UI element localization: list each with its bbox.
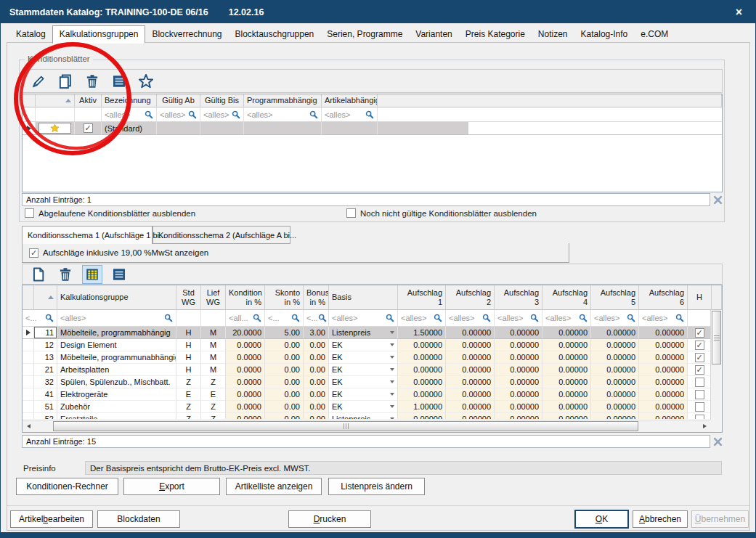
filter-cell[interactable] (201, 310, 226, 327)
gueltig-ab-cell[interactable] (157, 122, 200, 135)
aufschlag-6-cell[interactable]: 0.00000 (639, 401, 688, 413)
tab-kalkulationsgruppen[interactable]: Kalkulationsgruppen (52, 25, 146, 44)
filter-cell[interactable] (688, 310, 712, 327)
bonus-cell[interactable]: 0.00 (304, 364, 329, 376)
horizontal-scrollbar-thumb[interactable] (53, 421, 638, 431)
tab-blocktauschgruppen[interactable]: Blocktauschgruppen (229, 26, 321, 43)
gueltig-bis-cell[interactable] (200, 122, 244, 135)
listenpreis-andern-button[interactable]: Listenpreis ändern (328, 478, 425, 495)
star-edit-cell[interactable] (38, 123, 71, 134)
aufschlag-3-cell[interactable]: 0.00000 (495, 401, 542, 413)
vertical-scrollbar-thumb[interactable] (712, 311, 721, 364)
filter-cell[interactable] (176, 310, 201, 327)
checkbox-box[interactable] (25, 208, 34, 218)
kalkulationsgruppe-cell[interactable]: Spülen, Spülenzub., Mischbatt. (57, 376, 176, 388)
aufschlag-6-cell[interactable]: 0.00000 (639, 376, 688, 388)
tab-e-com[interactable]: e.COM (634, 26, 675, 43)
aufschlag-4-cell[interactable]: 0.00000 (542, 327, 591, 339)
mwst-checkbox[interactable]: ✓ (29, 248, 38, 258)
tab-konditionsschema-1[interactable]: Konditionsschema 1 (Aufschläge 1 bi... (22, 226, 153, 244)
skonto-cell[interactable]: 0.00 (265, 413, 304, 419)
kalkulationsgruppe-cell[interactable]: Elektrogeräte (57, 388, 176, 401)
aufschlag-1-cell[interactable]: 0.00000 (398, 339, 446, 351)
tab-notizen[interactable]: Notizen (532, 26, 574, 43)
hide-pending-checkbox[interactable]: Noch nicht gültige Konditionsblätter aus… (346, 208, 537, 218)
lief-wg-cell[interactable]: M (201, 351, 226, 364)
aufschlag-2-cell[interactable]: 0.00000 (446, 376, 495, 388)
column-header-gultig-ab[interactable]: Gültig Ab (157, 94, 200, 107)
aufschlag-4-cell[interactable]: 0.00000 (542, 413, 591, 419)
scroll-left-icon[interactable] (23, 420, 34, 432)
lief-wg-cell[interactable]: Z (201, 376, 226, 388)
aufschlag-5-cell[interactable]: 0.00000 (591, 351, 639, 364)
basis-cell[interactable]: EK (329, 351, 398, 364)
vertical-scrollbar[interactable] (710, 310, 722, 420)
aufschlag-4-cell[interactable]: 0.00000 (542, 351, 591, 364)
kalkulationsgruppe-cell[interactable]: Arbeitsplatten (57, 364, 176, 376)
skonto-cell[interactable]: 0.00 (265, 351, 304, 364)
aufschlag-4-cell[interactable]: 0.00000 (542, 401, 591, 413)
bonus-cell[interactable]: 0.00 (304, 339, 329, 351)
filter-cell[interactable]: <alles> (322, 107, 378, 122)
skonto-cell[interactable]: 0.00 (265, 401, 304, 413)
filter-cell[interactable]: <alles> (639, 310, 688, 327)
kalkulationsgruppe-cell[interactable]: Möbelteile, programmabhängig (57, 327, 176, 339)
skonto-cell[interactable]: 0.00 (265, 339, 304, 351)
artikelabhaengig-cell[interactable] (322, 122, 378, 135)
column-header-gultig-bis[interactable]: Gültig Bis (200, 94, 244, 107)
kalkulationsgruppe-row-21[interactable]: 21ArbeitsplattenHM0.00000.000.00EK0.0000… (23, 364, 722, 376)
tab-preis-kategorie[interactable]: Preis Kategorie (459, 26, 532, 43)
horizontal-scrollbar[interactable] (23, 420, 710, 432)
kondition-cell[interactable]: 0.0000 (226, 388, 265, 401)
filter-cell[interactable]: <alles> (57, 310, 176, 327)
filter-cell[interactable] (36, 107, 75, 122)
lief-wg-cell[interactable]: M (201, 364, 226, 376)
aufschlag-3-cell[interactable]: 0.00000 (495, 413, 542, 419)
std-wg-cell[interactable]: Z (176, 401, 201, 413)
nummer-cell[interactable]: 12 (34, 339, 57, 351)
aufschlag-5-cell[interactable]: 0.00000 (591, 364, 639, 376)
kalkulationsgruppe-cell[interactable]: Möbelteile, programmunabhängig (57, 351, 176, 364)
standard-flag-cell[interactable] (36, 122, 75, 135)
aufschlag-2-cell[interactable]: 0.00000 (446, 388, 495, 401)
skonto-cell[interactable]: 0.00 (265, 388, 304, 401)
artikelliste-anzeigen-button[interactable]: Artikelliste anzeigen (226, 478, 322, 495)
kalkulationsgruppe-row-32[interactable]: 32Spülen, Spülenzub., Mischbatt.ZZ0.0000… (23, 376, 722, 388)
tab-blockverrechnung[interactable]: Blockverrechnung (145, 26, 228, 43)
aufschlag-1-cell[interactable]: 0.00000 (398, 388, 446, 401)
aufschlag-3-cell[interactable]: 0.00000 (495, 351, 542, 364)
close-icon[interactable]: × (731, 7, 747, 18)
scroll-right-icon[interactable] (699, 420, 710, 432)
basis-cell[interactable]: EK (329, 339, 398, 351)
h-checkbox[interactable] (695, 390, 704, 399)
column-header-kalkulationsgruppe[interactable]: Kalkulationsgruppe (57, 285, 176, 310)
skonto-cell[interactable]: 0.00 (265, 364, 304, 376)
column-header-aktiv[interactable]: Aktiv (75, 94, 102, 107)
filter-cell[interactable]: <alles> (446, 310, 495, 327)
hide-expired-checkbox[interactable]: Abgelaufene Konditionsblätter ausblenden (25, 208, 195, 218)
export-button[interactable]: Export (123, 478, 220, 495)
aufschlag-5-cell[interactable]: 0.00000 (591, 413, 639, 419)
aufschlag-5-cell[interactable]: 0.00000 (591, 388, 639, 401)
kalkulationsgruppe-row-12[interactable]: 12Design ElementHM0.00000.000.00EK0.0000… (23, 339, 722, 351)
filter-cell[interactable]: <alles> (102, 107, 157, 122)
bonus-cell[interactable]: 0.00 (304, 376, 329, 388)
h-cell[interactable] (688, 376, 712, 388)
aufschlag-5-cell[interactable]: 0.00000 (591, 376, 639, 388)
column-header-skonto-in[interactable]: Skonto in % (265, 285, 304, 310)
drucken-button[interactable]: Drucken (288, 510, 371, 528)
std-wg-cell[interactable]: H (176, 327, 201, 339)
basis-cell[interactable]: EK (329, 388, 398, 401)
table-rows-button[interactable] (109, 72, 129, 91)
column-header-aufschlag-4[interactable]: Aufschlag 4 (542, 285, 591, 310)
trash-button[interactable] (82, 72, 102, 91)
aufschlag-6-cell[interactable]: 0.00000 (639, 351, 688, 364)
kalkulationsgruppe-row-41[interactable]: 41ElektrogeräteEE0.00000.000.00EK0.00000… (23, 388, 722, 401)
h-checkbox[interactable] (695, 402, 704, 412)
kondition-cell[interactable]: 0.0000 (226, 376, 265, 388)
filter-cell[interactable]: <alles> (157, 107, 200, 122)
filter-cell[interactable]: <... (265, 310, 304, 327)
ok-button[interactable]: OK (574, 510, 629, 529)
bonus-cell[interactable]: 0.00 (304, 351, 329, 364)
basis-cell[interactable]: Listenpreis (329, 327, 398, 339)
